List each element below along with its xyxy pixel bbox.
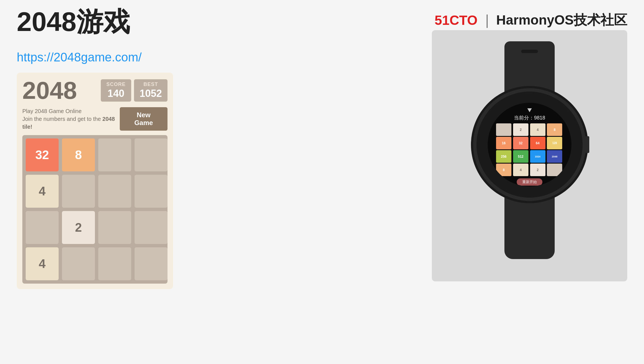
watch-tile: 4 [513,164,528,176]
tile: 8 [62,138,95,171]
best-value: 1052 [140,87,162,99]
game-title: 2048 [22,78,77,103]
score-box: SCORE 140 [101,79,131,102]
watch-tile: 16 [496,137,511,149]
watch-tile: 2 [513,123,528,136]
tile [62,175,95,208]
brand-51cto: 51CTO [435,13,478,28]
tile: 2 [62,211,95,244]
game-link[interactable]: https://2048game.com/ [17,50,184,64]
left-section: https://2048game.com/ 2048 SCORE 140 BES… [17,50,184,289]
brand-separator: ｜ [480,11,494,29]
tile: 4 [26,175,59,208]
score-value: 140 [106,87,126,99]
watch-tile: 4 [530,123,545,136]
game-desc: Play 2048 Game Online Join the numbers a… [22,107,120,131]
best-label: BEST [140,82,162,87]
watch-tile [496,123,511,136]
tile [26,211,59,244]
game-desc-line2: Join the numbers and get to the 2048 til… [22,115,120,131]
brand-logo: 51CTO ｜ HarmonyOS技术社区 [435,11,627,29]
tile [98,138,131,171]
watch-band-bottom [504,198,555,259]
tile: 32 [26,138,59,171]
new-game-button[interactable]: New Game [120,107,167,131]
watch-band-top [504,41,555,92]
watch-tile [547,164,562,176]
page-title: 2048游戏 [17,8,130,35]
tile: 4 [26,247,59,280]
watch-tile: 512 [513,150,528,163]
watch-tile: 8 [547,123,562,136]
game-container: 2048 SCORE 140 BEST 1052 Play 2048 Game … [17,73,173,289]
watch-container: 当前分：9818 24816326412825651210242048842 重… [432,30,627,281]
score-boxes: SCORE 140 BEST 1052 [101,79,167,102]
watch-tile: 2 [530,164,545,176]
watch-tile: 64 [530,137,545,149]
tile [135,211,167,244]
tile [135,247,167,280]
game-info-row: Play 2048 Game Online Join the numbers a… [22,107,167,131]
game-board: 328424 [22,135,167,284]
watch-crown [584,136,589,153]
game-desc-line2-prefix: Join the numbers and get to the [22,116,102,122]
watch-restart-button[interactable]: 重新开始 [517,178,542,186]
score-label: SCORE [106,82,126,87]
right-section: 当前分：9818 24816326412825651210242048842 重… [432,30,627,281]
best-box: BEST 1052 [134,79,167,102]
game-desc-line1: Play 2048 Game Online [22,107,120,115]
watch-outer: 当前分：9818 24816326412825651210242048842 重… [460,41,599,270]
watch-indicator [527,108,532,112]
game-header: 2048 SCORE 140 BEST 1052 [22,78,167,103]
tile [98,247,131,280]
tile [98,175,131,208]
watch-tile: 32 [513,137,528,149]
watch-tile: 2048 [547,150,562,163]
watch-tile: 128 [547,137,562,149]
watch-tile: 256 [496,150,511,163]
tile [135,138,167,171]
brand-harmony: HarmonyOS技术社区 [496,11,627,29]
watch-score-text: 当前分：9818 [514,114,545,121]
watch-body: 当前分：9818 24816326412825651210242048842 重… [477,92,583,198]
tile [62,247,95,280]
watch-tile: 1024 [530,150,545,163]
watch-screen: 当前分：9818 24816326412825651210242048842 重… [488,103,571,186]
watch-tile: 8 [496,164,511,176]
tile [135,175,167,208]
watch-grid: 24816326412825651210242048842 [496,123,563,176]
tile [98,211,131,244]
